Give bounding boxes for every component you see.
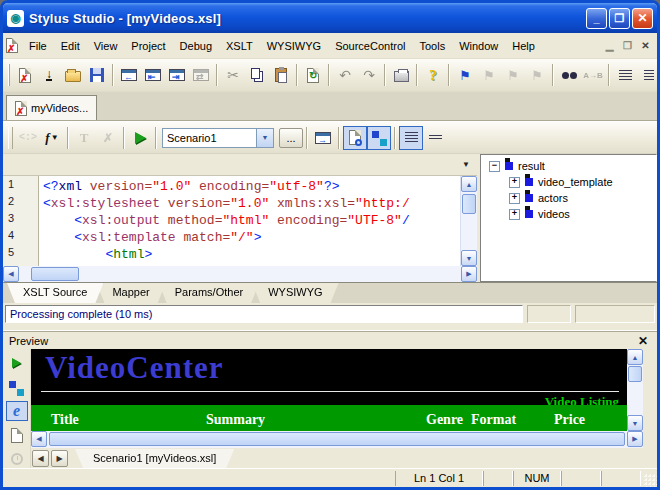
wrap-lines-button[interactable] [423, 126, 447, 150]
paste-button[interactable] [269, 63, 293, 87]
menu-view[interactable]: View [87, 37, 125, 55]
rendered-page-title: VideoCenter [45, 350, 224, 386]
import-document-button[interactable]: ↓ [37, 63, 61, 87]
scrollbar-thumb[interactable] [628, 366, 642, 382]
line-number: 1 [8, 178, 38, 195]
resize-grip[interactable] [643, 473, 657, 487]
save-button[interactable] [85, 63, 109, 87]
tree-row-actors[interactable]: + actors [481, 190, 656, 206]
mdi-close-icon[interactable]: ✕ [637, 38, 654, 53]
combo-dropdown-button[interactable]: ▼ [256, 129, 273, 147]
open-button[interactable] [61, 63, 85, 87]
tree-row-videos[interactable]: + videos [481, 206, 656, 222]
preview-mapper-button[interactable] [6, 377, 28, 397]
scenario-tab[interactable]: Scenario1 [myVideos.xsl] [75, 449, 234, 468]
indent-button[interactable] [637, 63, 660, 87]
scenario-browse-button[interactable]: ... [279, 128, 303, 148]
functions-button[interactable]: f▼ [40, 126, 64, 150]
bookmark-flag-icon: ⚑ [459, 69, 471, 82]
preview-result-button[interactable] [343, 126, 367, 150]
minimize-button[interactable]: _ [586, 8, 607, 29]
expand-icon[interactable]: + [509, 193, 520, 204]
open-scenario-window-button[interactable]: → [311, 126, 335, 150]
editor-dropdown-button[interactable]: ▼ [459, 158, 473, 172]
preview-horizontal-scrollbar[interactable]: ◀ ▶ [31, 431, 643, 448]
expand-icon[interactable]: + [509, 209, 520, 220]
help-button[interactable]: ? [421, 63, 445, 87]
expand-icon[interactable]: + [509, 177, 520, 188]
validate-button[interactable]: ↻ [301, 63, 325, 87]
menu-help[interactable]: Help [505, 37, 542, 55]
document-tab-myvideos[interactable]: myVideos... [6, 95, 97, 120]
bookmark-button[interactable]: ⚑ [453, 63, 477, 87]
scroll-left-icon[interactable]: ◀ [3, 266, 19, 282]
tree-row-result[interactable]: − result [481, 158, 656, 174]
tab-wysiwyg[interactable]: WYSIWYG [252, 283, 338, 303]
mdi-minimize-icon[interactable]: ▁ [601, 38, 618, 53]
print-button[interactable] [389, 63, 413, 87]
preview-run-button[interactable] [6, 353, 28, 373]
menu-sourcecontrol[interactable]: SourceControl [328, 37, 412, 55]
window-insert-right-button[interactable]: ⇥ [165, 63, 189, 87]
scroll-right-icon[interactable]: ▶ [461, 266, 477, 282]
code-editor-text[interactable]: <?xml version="1.0" encoding="utf-8"?><x… [39, 176, 460, 266]
scrollbar-thumb[interactable] [462, 194, 476, 214]
toolbar-gripper[interactable] [8, 127, 13, 149]
tree-row-video-template[interactable]: + video_template [481, 174, 656, 190]
justify-button[interactable] [613, 63, 637, 87]
preview-browser-content[interactable]: VideoCenter Video Listing Title Summary … [31, 349, 643, 431]
editor-horizontal-scrollbar[interactable]: ◀ ▶ [3, 266, 477, 282]
new-document-button[interactable] [13, 63, 37, 87]
title-bar[interactable]: ◉ Stylus Studio - [myVideos.xsl] _ ❐ ✕ [3, 3, 657, 33]
menu-project[interactable]: Project [124, 37, 172, 55]
tab-scroll-left-icon[interactable]: ◀ [32, 450, 49, 467]
window-back-button[interactable]: ← [117, 63, 141, 87]
tab-params-other[interactable]: Params/Other [159, 283, 259, 303]
code-area[interactable]: 1 2 3 4 5 <?xml version="1.0" encoding="… [3, 176, 477, 266]
menu-xslt[interactable]: XSLT [219, 37, 260, 55]
scroll-left-icon[interactable]: ◀ [31, 431, 47, 447]
tab-xslt-source[interactable]: XSLT Source [7, 283, 103, 303]
replace-button: A→B [581, 63, 605, 87]
show-tags-icon: <:> [19, 132, 37, 143]
scrollbar-thumb[interactable] [49, 432, 625, 446]
scroll-right-icon[interactable]: ▶ [627, 431, 643, 447]
preview-browser-button[interactable]: e [6, 401, 28, 421]
maximize-button[interactable]: ❐ [609, 8, 630, 29]
menu-debug[interactable]: Debug [173, 37, 219, 55]
prev-bookmark-button: ⚑ [501, 63, 525, 87]
scroll-down-icon[interactable]: ▼ [627, 415, 643, 431]
toolbar-gripper[interactable] [8, 64, 10, 86]
highlight-button: T [72, 126, 96, 150]
preview-text-button[interactable] [6, 425, 28, 445]
preview-close-icon[interactable]: ✕ [635, 334, 651, 348]
preview-vertical-scrollbar[interactable]: ▲ ▼ [627, 349, 643, 431]
menu-tools[interactable]: Tools [412, 37, 452, 55]
copy-button[interactable] [245, 63, 269, 87]
remove-highlight-x-icon: ✗ [103, 131, 113, 145]
tab-scroll-right-icon[interactable]: ▶ [51, 450, 68, 467]
menu-edit[interactable]: Edit [54, 37, 87, 55]
scroll-down-icon[interactable]: ▼ [461, 250, 477, 266]
scroll-up-icon[interactable]: ▲ [627, 349, 643, 365]
menu-wysiwyg[interactable]: WYSIWYG [260, 37, 328, 55]
window-insert-right-icon: ⇥ [169, 69, 185, 81]
close-button[interactable]: ✕ [632, 8, 653, 29]
menu-window[interactable]: Window [452, 37, 505, 55]
column-title: Title [51, 412, 79, 428]
scrollbar-thumb[interactable] [31, 267, 79, 281]
new-xsl-icon [19, 68, 31, 83]
collapse-icon[interactable]: − [489, 161, 500, 172]
internet-explorer-icon: e [13, 403, 20, 419]
mdi-restore-icon[interactable]: ❐ [619, 38, 636, 53]
scroll-up-icon[interactable]: ▲ [461, 176, 477, 192]
run-button[interactable] [128, 126, 152, 150]
editor-vertical-scrollbar[interactable]: ▲ ▼ [460, 176, 477, 266]
find-button[interactable] [557, 63, 581, 87]
tab-mapper[interactable]: Mapper [96, 283, 165, 303]
scenario-combobox[interactable]: Scenario1 ▼ [162, 128, 274, 148]
menu-file[interactable]: File [22, 37, 54, 55]
show-tree-button[interactable] [367, 126, 391, 150]
window-insert-left-button[interactable]: ⇤ [141, 63, 165, 87]
justify-view-button[interactable] [399, 126, 423, 150]
